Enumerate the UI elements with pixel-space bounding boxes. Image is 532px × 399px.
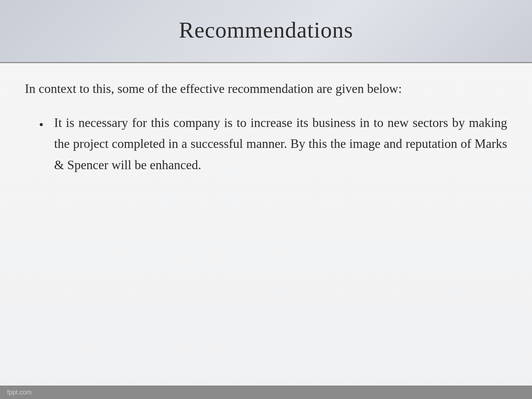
bullet-icon: • bbox=[39, 115, 44, 134]
bullet-section: • It is necessary for this company is to… bbox=[39, 112, 507, 176]
footer-label: fppt.com bbox=[7, 389, 32, 396]
slide-title: Recommendations bbox=[179, 17, 353, 43]
slide-header: Recommendations bbox=[0, 0, 532, 62]
intro-text: In context to this, some of the effectiv… bbox=[25, 79, 507, 98]
slide-content: In context to this, some of the effectiv… bbox=[0, 63, 532, 399]
slide: Recommendations In context to this, some… bbox=[0, 0, 532, 399]
bullet-text: It is necessary for this company is to i… bbox=[54, 112, 507, 176]
slide-footer: fppt.com bbox=[0, 386, 532, 399]
